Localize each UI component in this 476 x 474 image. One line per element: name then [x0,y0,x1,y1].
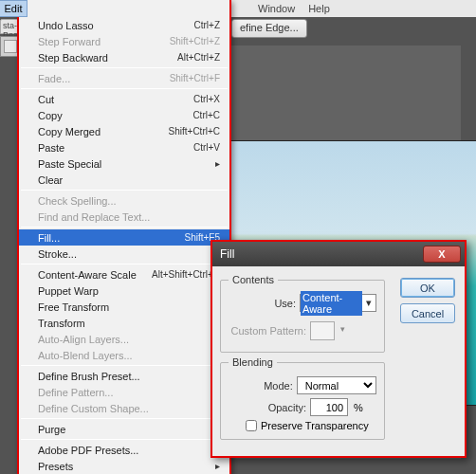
menu-item[interactable]: Stroke... [19,246,229,262]
use-label: Use: [229,298,296,309]
menu-help[interactable]: Help [308,3,330,14]
custom-pattern-label: Custom Pattern: [229,325,306,337]
use-select[interactable]: Content-Aware ▾ [300,294,376,312]
ok-button[interactable]: OK [400,278,455,298]
menu-item: Auto-Align Layers... [19,331,229,347]
cancel-button[interactable]: Cancel [400,303,455,323]
menu-item[interactable]: Copy MergedShift+Ctrl+C [19,123,229,139]
menu-item[interactable]: Adobe PDF Presets... [19,442,229,458]
menu-item[interactable]: CopyCtrl+C [19,107,229,123]
menu-item[interactable]: Clear [19,172,229,188]
menu-item[interactable]: Presets▸ [19,458,229,474]
preserve-transparency-checkbox[interactable] [246,420,257,431]
close-button[interactable]: X [423,246,461,263]
menu-item: Find and Replace Text... [19,209,229,225]
menu-item[interactable]: Puppet Warp [19,283,229,299]
fill-dialog: Fill X OK Cancel Contents Use: Content-A… [211,240,467,458]
menu-item[interactable]: Transform▸ [19,315,229,331]
menu-item[interactable]: Purge▸ [19,421,229,437]
contents-legend: Contents [229,274,278,285]
use-value: Content-Aware [301,291,362,316]
menu-edit[interactable]: Edit [0,0,27,17]
blending-legend: Blending [229,356,277,368]
close-icon: X [438,248,445,260]
edit-menu-dropdown: Undo LassoCtrl+ZStep ForwardShift+Ctrl+Z… [17,0,231,474]
menu-item: Check Spelling... [19,192,229,209]
preserve-transparency-label: Preserve Transparency [261,420,369,431]
mode-select[interactable]: Normal [297,376,376,394]
menu-item[interactable]: Undo LassoCtrl+Z [19,17,229,33]
menu-item: Define Pattern... [19,384,229,400]
dialog-title: Fill [220,247,234,261]
menu-item: Define Custom Shape... [19,400,229,416]
menu-item[interactable]: CutCtrl+X [19,91,229,107]
opacity-label: Opacity: [229,402,306,413]
menu-item[interactable]: Step BackwardAlt+Ctrl+Z [19,49,229,65]
custom-pattern-swatch [310,321,335,340]
menu-window[interactable]: Window [258,3,295,14]
menu-item[interactable]: Fill...Shift+F5 [19,229,229,246]
menu-item[interactable]: Content-Aware ScaleAlt+Shift+Ctrl+C [19,266,229,283]
menu-item[interactable]: Free Transform [19,299,229,315]
mode-label: Mode: [229,380,293,392]
menu-item[interactable]: PasteCtrl+V [19,139,229,155]
menu-item[interactable]: Paste Special▸ [19,155,229,172]
menu-item: Step ForwardShift+Ctrl+Z [19,33,229,49]
menu-item[interactable]: Define Brush Preset... [19,368,229,384]
chevron-down-icon: ▾ [362,297,375,309]
refine-edge-button[interactable]: efine Edge... [231,19,307,38]
opacity-unit: % [354,402,363,413]
opacity-input[interactable] [310,398,348,416]
dialog-titlebar[interactable]: Fill X [212,242,465,266]
menu-item: Auto-Blend Layers... [19,347,229,363]
menu-item: Fade...Shift+Ctrl+F [19,70,229,86]
